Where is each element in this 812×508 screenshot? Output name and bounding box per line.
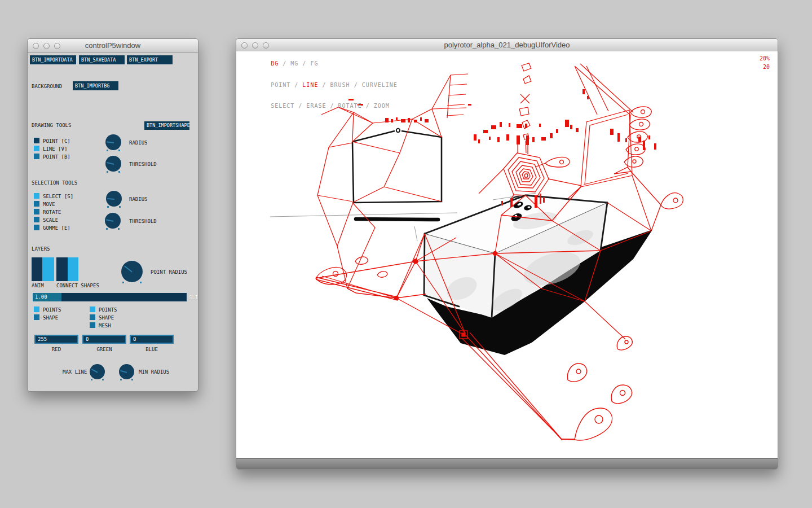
separator: / [318, 82, 330, 88]
toggle-shape-2-label: SHAPE [99, 315, 114, 321]
separator: / [290, 82, 302, 88]
window-title: controlP5window [28, 41, 198, 50]
control-panel: BTN_IMPORTDATA BTN_SAVEDATA BTN_EXPORT B… [28, 53, 198, 391]
blue-label: BLUE [130, 347, 174, 352]
menu-fg[interactable]: FG [310, 60, 318, 67]
canvas-window: polyrotor_alpha_021_debugUIforVideo [236, 38, 778, 470]
menu-point[interactable]: POINT [271, 82, 290, 88]
selection-threshold-label: THRESHOLD [129, 218, 157, 224]
background-label: BACKGROUND [32, 84, 62, 89]
btn-importbg[interactable]: BTN_IMPORTBG [73, 81, 118, 90]
blue-field[interactable]: 0 [130, 335, 174, 344]
toggle-point-c[interactable] [34, 138, 39, 143]
control-titlebar[interactable]: controlP5window [28, 39, 198, 53]
slider-value: 1.00 [35, 294, 47, 300]
max-line-label: MAX LINE [63, 369, 87, 375]
btn-importshape[interactable]: BTN_IMPORTSHAPE [144, 121, 189, 130]
btn-savedata[interactable]: BTN_SAVEDATA [79, 55, 125, 64]
drawing-threshold-knob[interactable] [105, 156, 121, 172]
separator: / [326, 103, 338, 109]
toggle-line-v-label: LINE [V] [43, 146, 67, 152]
toggle-point-c-label: POINT [C] [43, 138, 70, 144]
control-window: controlP5window BTN_IMPORTDATA BTN_SAVED… [27, 38, 198, 392]
anim-label: ANIM [32, 283, 44, 288]
drawing-canvas[interactable]: BG / MG / FG POINT / LINE / BRUSH / CURV… [236, 51, 778, 459]
selection-radius-knob[interactable] [106, 191, 122, 207]
slider-label: SLIDI [189, 295, 198, 300]
toggle-move-label: MOVE [43, 202, 55, 207]
selection-tools-heading: SELECTION TOOLS [32, 180, 77, 186]
toggle-points-1[interactable] [34, 306, 39, 312]
green-label: GREEN [82, 347, 126, 352]
red-label: RED [34, 347, 78, 352]
toggle-points-2-label: POINTS [99, 307, 117, 313]
green-field[interactable]: 0 [82, 335, 126, 344]
layer-menu-row: BG / MG / FG [239, 54, 398, 73]
btn-export[interactable]: BTN_EXPORT [127, 55, 173, 64]
separator: / [350, 82, 362, 88]
toggle-shape-1-label: SHAPE [43, 315, 58, 321]
menu-mg[interactable]: MG [290, 60, 298, 67]
anim-toggle[interactable] [32, 257, 54, 281]
connect-shapes-toggle[interactable] [56, 257, 78, 281]
drawing-radius-knob[interactable] [105, 134, 121, 150]
menu-select[interactable]: SELECT [271, 103, 294, 109]
menu-bg[interactable]: BG [271, 60, 279, 67]
window-bottom-bar[interactable] [236, 458, 778, 469]
toggle-mesh[interactable] [90, 322, 95, 328]
menu-zoom[interactable]: ZOOM [374, 103, 390, 109]
edit-menu-row: SELECT / ERASE / ROTATE / ZOOM [239, 97, 398, 115]
canvas-titlebar[interactable]: polyrotor_alpha_021_debugUIforVideo [236, 39, 778, 52]
bottom-teardrops [562, 336, 632, 440]
toggle-points-1-label: POINTS [43, 307, 61, 313]
separator: / [298, 60, 310, 67]
menu-line[interactable]: LINE [302, 82, 318, 88]
toggle-scale-label: SCALE [43, 217, 58, 223]
toggle-gomme[interactable] [34, 225, 39, 230]
toggle-gomme-label: GOMME [E] [43, 225, 70, 231]
separator: / [362, 103, 374, 109]
separator: / [294, 103, 306, 109]
window-title: polyrotor_alpha_021_debugUIforVideo [236, 41, 778, 49]
point-radius-label: POINT RADIUS [151, 269, 187, 275]
min-radius-label: MIN RADIUS [139, 369, 169, 375]
toggle-scale[interactable] [34, 217, 39, 222]
red-field[interactable]: 255 [34, 335, 78, 344]
toggle-rotate-label: ROTATE [43, 209, 61, 215]
menu-curveline[interactable]: CURVELINE [362, 82, 398, 88]
toggle-select[interactable] [34, 193, 39, 199]
toggle-point-b[interactable] [34, 154, 39, 159]
layers-heading: LAYERS [32, 246, 50, 252]
menu-brush[interactable]: BRUSH [330, 82, 350, 88]
max-line-knob[interactable] [90, 364, 105, 379]
tool-menu: BG / MG / FG POINT / LINE / BRUSH / CURV… [239, 54, 398, 118]
toggle-move[interactable] [34, 201, 39, 207]
menu-rotate[interactable]: ROTATE [338, 103, 362, 109]
toggle-line-v[interactable] [34, 146, 39, 151]
transparency-slider[interactable]: 1.00 [33, 293, 187, 301]
toggle-select-label: SELECT [S] [43, 194, 73, 199]
toggle-shape-1[interactable] [34, 314, 39, 320]
toggle-point-b-label: POINT [B] [43, 154, 70, 160]
drawing-tools-heading: DRAWING TOOLS [32, 122, 71, 128]
separator: / [279, 60, 290, 67]
toggle-mesh-label: MESH [99, 323, 111, 329]
menu-erase[interactable]: ERASE [306, 103, 326, 109]
zoom-percent: 20% [760, 54, 770, 63]
drawing-threshold-label: THRESHOLD [129, 161, 157, 167]
selection-radius-label: RADIUS [129, 196, 148, 202]
selection-threshold-knob[interactable] [105, 213, 121, 229]
toggle-points-2[interactable] [90, 306, 95, 312]
count-value: 20 [760, 63, 770, 71]
teardrop-column [614, 107, 683, 231]
connect-shapes-label: CONNECT SHAPES [56, 283, 99, 288]
toggle-shape-2[interactable] [90, 314, 95, 320]
min-radius-knob[interactable] [119, 364, 134, 379]
btn-importdata[interactable]: BTN_IMPORTDATA [30, 55, 76, 64]
drawing-radius-label: RADIUS [129, 140, 148, 146]
toggle-rotate[interactable] [34, 209, 39, 214]
draw-menu-row: POINT / LINE / BRUSH / CURVELINE [239, 76, 398, 94]
status-readout: 20% 20 [760, 54, 770, 71]
point-radius-knob[interactable] [121, 261, 143, 282]
